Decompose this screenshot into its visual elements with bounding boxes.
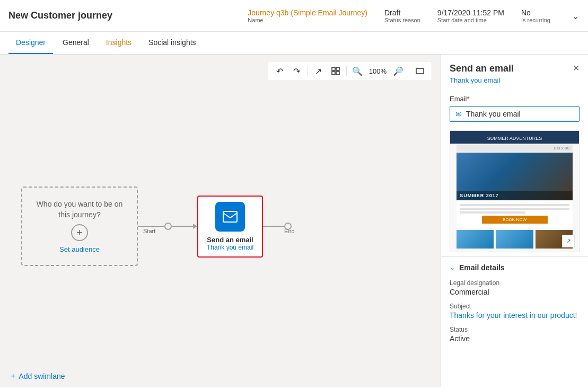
tab-bar: Designer General Insights Social insight… [0, 32, 588, 55]
email-input-value: Thank you email [466, 110, 521, 118]
toolbar-divider-2 [346, 66, 347, 76]
tab-insights[interactable]: Insights [99, 32, 139, 54]
end-label: End [284, 228, 295, 234]
zoom-out-button[interactable]: 🔍 [350, 64, 365, 78]
recurring-value: No [521, 8, 531, 17]
recurring-label: Is recurring [521, 17, 550, 23]
required-indicator: * [467, 95, 470, 103]
tab-designer[interactable]: Designer [8, 32, 53, 54]
add-swimlane-label: Add swimlane [19, 372, 65, 380]
email-icon-box [215, 202, 245, 232]
journey-name-label: Name [248, 17, 263, 23]
preview-cta: BOOK NOW [482, 216, 548, 224]
panel-title-group: Send an email [450, 63, 514, 74]
connector-circle-start [164, 223, 172, 230]
expand-button[interactable]: ↗ [311, 64, 326, 78]
tab-social-insights[interactable]: Social insights [141, 32, 204, 54]
panel-close-button[interactable]: ✕ [573, 63, 580, 73]
subject-row: Subject Thanks for your interest in our … [441, 299, 588, 323]
canvas-toolbar: ↶ ↷ ↗ 🔍 100% 🔎 [268, 61, 432, 81]
toolbar-divider-3 [409, 66, 409, 76]
subject-label: Subject [450, 303, 580, 310]
status-value: Draft [384, 8, 400, 17]
connector-line-3 [263, 226, 284, 227]
page-title: New Customer journey [8, 10, 112, 21]
preview-dim: 100 x 80 [457, 145, 573, 152]
date-value: 9/17/2020 11:52 PM [437, 8, 504, 17]
header-field-date: 9/17/2020 11:52 PM Start date and time [437, 8, 504, 23]
subject-value: Thanks for your interest in our product! [450, 311, 580, 320]
preview-grid-item-1 [457, 230, 494, 249]
email-preview: SUMMER ADVENTURES 100 x 80 SUMMER 2017 B… [450, 130, 580, 252]
add-audience-button[interactable]: + [71, 224, 88, 241]
preview-expand-button[interactable]: ↗ [562, 235, 575, 247]
right-panel: Send an email ✕ Thank you email Email* ✉… [441, 55, 588, 387]
svg-rect-4 [416, 68, 424, 74]
zoom-level: 100% [367, 67, 389, 75]
preview-hero-overlay: SUMMER 2017 [457, 191, 573, 200]
preview-bar-text: SUMMER ADVENTURES [487, 136, 542, 141]
preview-line-2 [460, 208, 569, 210]
page-header: New Customer journey Journey q3b (Simple… [0, 0, 588, 32]
plus-icon: + [11, 371, 15, 381]
status-row: Status Active [441, 323, 588, 346]
status-value: Active [450, 334, 580, 343]
connector-arrow-pre [172, 224, 197, 229]
preview-line-3 [460, 211, 525, 214]
set-audience-link[interactable]: Set audience [59, 245, 100, 253]
email-icon [223, 211, 238, 223]
journey-canvas: Who do you want to be on this journey? +… [0, 86, 441, 366]
svg-rect-5 [223, 211, 237, 222]
zoom-in-button[interactable]: 🔎 [391, 64, 406, 78]
tab-general[interactable]: General [55, 32, 96, 54]
email-details-header[interactable]: ⌄ Email details [441, 256, 588, 276]
connector-line-1 [138, 226, 164, 227]
date-label: Start date and time [437, 17, 487, 23]
journey-name-value[interactable]: Journey q3b (Simple Email Journey) [248, 8, 367, 17]
svg-rect-0 [332, 67, 335, 70]
status-label: Status [450, 326, 580, 333]
panel-title: Send an email [450, 63, 514, 74]
preview-dim-text: 100 x 80 [553, 146, 569, 150]
connector-start-pre: Start [138, 223, 172, 230]
email-field-section: Email* ✉ Thank you email [441, 91, 588, 130]
main-content: ↶ ↷ ↗ 🔍 100% 🔎 [0, 55, 588, 387]
add-swimlane-button[interactable]: + Add swimlane [11, 371, 65, 381]
svg-rect-3 [336, 72, 339, 75]
connector-line-2 [172, 226, 193, 227]
email-input-icon: ✉ [455, 110, 462, 118]
preview-image: SUMMER ADVENTURES 100 x 80 SUMMER 2017 B… [450, 131, 579, 252]
header-fields: Journey q3b (Simple Email Journey) Name … [248, 8, 580, 23]
email-details-title: Email details [459, 263, 505, 272]
preview-bar: SUMMER ADVENTURES [450, 131, 579, 144]
header-field-status: Draft Status reason [384, 8, 420, 23]
preview-grid-item-2 [496, 230, 533, 249]
svg-rect-1 [336, 67, 339, 70]
email-node[interactable]: Send an email Thank you email [197, 196, 263, 258]
connector-arrow-1 [193, 224, 197, 229]
grid-button[interactable] [328, 64, 343, 78]
panel-header: Send an email ✕ [441, 55, 588, 76]
canvas-area: ↶ ↷ ↗ 🔍 100% 🔎 [0, 55, 441, 387]
header-field-recurring: No Is recurring [521, 8, 550, 23]
audience-text: Who do you want to be on this journey? [37, 199, 123, 220]
preview-grid [457, 230, 573, 249]
preview-line-1 [460, 204, 569, 206]
preview-summer-text: SUMMER 2017 [460, 193, 569, 198]
undo-button[interactable]: ↶ [273, 64, 287, 78]
node-title: Send an email [207, 236, 253, 244]
node-subtitle: Thank you email [207, 244, 253, 251]
header-expand-icon[interactable]: ⌄ [572, 10, 580, 22]
fit-button[interactable] [413, 64, 427, 78]
svg-rect-2 [332, 72, 335, 75]
email-field-label: Email* [450, 95, 580, 103]
connector-post: End [263, 223, 292, 230]
preview-body: BOOK NOW [457, 200, 573, 228]
audience-box[interactable]: Who do you want to be on this journey? +… [21, 187, 138, 266]
redo-button[interactable]: ↷ [289, 64, 304, 78]
preview-hero: SUMMER 2017 [457, 153, 573, 200]
email-input-box[interactable]: ✉ Thank you email [450, 106, 580, 122]
status-label: Status reason [384, 17, 420, 23]
legal-designation-label: Legal designation [450, 279, 580, 287]
panel-subtitle: Thank you email [441, 76, 588, 91]
